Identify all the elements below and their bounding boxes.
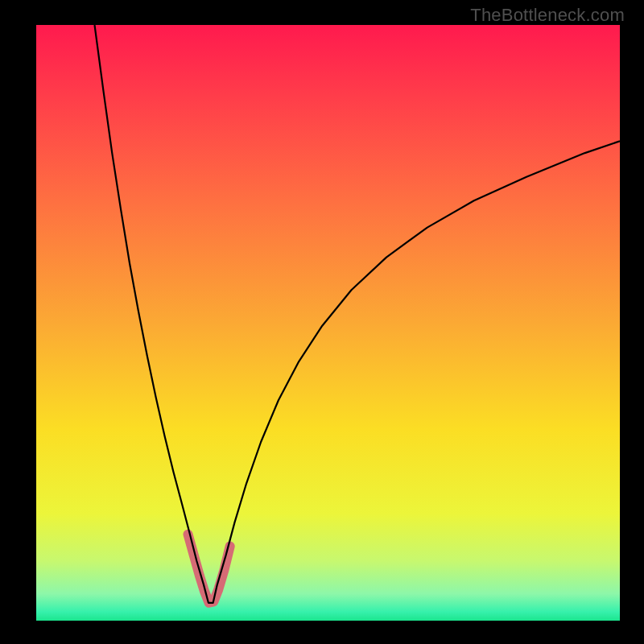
plot-svg [36,25,620,621]
plot-area [36,25,620,621]
watermark-text: TheBottleneck.com [470,5,625,26]
gradient-background [36,25,620,621]
chart-frame: TheBottleneck.com [0,0,644,644]
